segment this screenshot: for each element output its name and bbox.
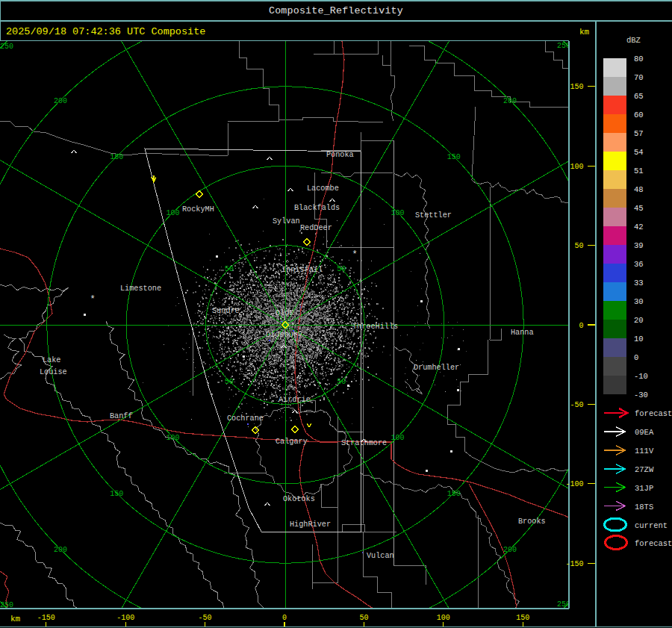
svg-text:200: 200	[503, 97, 517, 105]
svg-text:39: 39	[634, 241, 644, 250]
svg-text:57: 57	[634, 129, 644, 138]
svg-text:65: 65	[634, 92, 644, 101]
svg-text:33: 33	[634, 279, 644, 287]
svg-text:150: 150	[110, 490, 123, 498]
svg-text:36: 36	[634, 260, 644, 269]
svg-text:-10: -10	[634, 372, 648, 381]
svg-text:forecast: forecast	[635, 409, 672, 418]
svg-text:200: 200	[54, 97, 67, 105]
svg-text:Okotoks: Okotoks	[283, 495, 315, 503]
svg-text:100: 100	[570, 163, 583, 171]
svg-text:150: 150	[447, 490, 461, 498]
svg-text:Airdrie: Airdrie	[279, 396, 311, 404]
svg-text:Stettler: Stettler	[415, 211, 452, 220]
svg-text:50: 50	[225, 265, 234, 273]
svg-text:30: 30	[634, 297, 644, 306]
svg-text:51: 51	[634, 167, 644, 175]
svg-text:Blackfalds: Blackfalds	[294, 204, 340, 212]
svg-text:54: 54	[634, 148, 644, 157]
svg-text:150: 150	[447, 153, 461, 161]
svg-text:RockyMH: RockyMH	[182, 205, 214, 214]
svg-text:Banff: Banff	[110, 412, 133, 420]
svg-text:0: 0	[579, 322, 583, 330]
svg-text:Strathmore: Strathmore	[341, 439, 387, 447]
svg-text:-30: -30	[634, 391, 648, 400]
svg-text:Hanna: Hanna	[511, 329, 534, 337]
svg-text:50: 50	[337, 378, 346, 386]
svg-text:Sundre: Sundre	[212, 307, 240, 315]
svg-text:ThreeHills: ThreeHills	[352, 323, 398, 331]
svg-text:Lacombe: Lacombe	[307, 184, 339, 193]
svg-text:-150: -150	[565, 560, 583, 568]
svg-text:100: 100	[167, 209, 180, 217]
svg-text:150: 150	[110, 153, 123, 161]
svg-text:Limestone: Limestone	[120, 285, 161, 293]
svg-text:-150: -150	[37, 614, 55, 622]
svg-text:-100: -100	[565, 480, 583, 488]
svg-text:150: 150	[516, 614, 529, 622]
svg-text:Vulcan: Vulcan	[367, 552, 394, 560]
svg-text:dBZ: dBZ	[626, 36, 641, 45]
svg-text:100: 100	[391, 434, 404, 442]
svg-text:-100: -100	[116, 614, 134, 622]
svg-text:km: km	[10, 615, 21, 624]
svg-text:Drumheller: Drumheller	[414, 364, 459, 372]
svg-text:0: 0	[282, 614, 287, 622]
svg-text:10: 10	[634, 335, 644, 343]
svg-text:100: 100	[437, 614, 450, 622]
svg-text:2025/09/18 07:42:36 UTC Compos: 2025/09/18 07:42:36 UTC Composite	[6, 26, 205, 37]
svg-text:0: 0	[634, 353, 638, 362]
svg-text:Didsbury: Didsbury	[266, 331, 302, 339]
svg-text:45: 45	[634, 204, 644, 213]
svg-text:100: 100	[167, 434, 180, 442]
svg-text:-50: -50	[570, 401, 583, 409]
svg-text:*: *	[352, 249, 357, 260]
svg-text:60: 60	[634, 111, 644, 119]
svg-text:70: 70	[634, 73, 644, 82]
svg-text:200: 200	[503, 546, 517, 554]
svg-text:27ZW: 27ZW	[635, 465, 654, 474]
svg-text:111V: 111V	[635, 447, 654, 456]
svg-text:Ponoka: Ponoka	[326, 151, 354, 159]
svg-text:18TS: 18TS	[635, 503, 653, 512]
svg-text:current: current	[635, 521, 668, 530]
svg-text:42: 42	[634, 223, 644, 231]
svg-text:Calgary: Calgary	[276, 438, 308, 446]
svg-text:Brooks: Brooks	[518, 517, 546, 526]
svg-text:Louise: Louise	[40, 368, 67, 376]
svg-text:forecast: forecast	[635, 539, 672, 548]
svg-text:20: 20	[634, 316, 644, 325]
svg-text:Sylvan: Sylvan	[273, 217, 300, 226]
svg-text:50: 50	[359, 614, 368, 622]
svg-text:Innisfail: Innisfail	[281, 266, 323, 274]
svg-text:31JP: 31JP	[635, 484, 653, 493]
svg-text:RedDeer: RedDeer	[300, 224, 332, 232]
svg-text:*: *	[90, 294, 95, 305]
svg-text:250: 250	[0, 43, 13, 51]
svg-text:09EA: 09EA	[635, 428, 654, 437]
svg-text:150: 150	[570, 83, 583, 91]
svg-text:Cochrane: Cochrane	[227, 414, 264, 423]
svg-text:-50: -50	[199, 614, 212, 622]
svg-text:200: 200	[54, 546, 67, 554]
svg-text:50: 50	[225, 378, 234, 386]
svg-text:Olds: Olds	[276, 309, 293, 317]
svg-text:50: 50	[574, 242, 583, 250]
svg-text:HighRiver: HighRiver	[290, 520, 331, 529]
svg-text:100: 100	[391, 209, 404, 217]
svg-text:km: km	[579, 28, 590, 37]
svg-text:Lake: Lake	[43, 356, 60, 364]
svg-text:80: 80	[634, 55, 644, 63]
svg-text:Composite_Reflectivity: Composite_Reflectivity	[269, 5, 403, 16]
svg-text:48: 48	[634, 185, 644, 194]
svg-text:50: 50	[337, 265, 346, 273]
